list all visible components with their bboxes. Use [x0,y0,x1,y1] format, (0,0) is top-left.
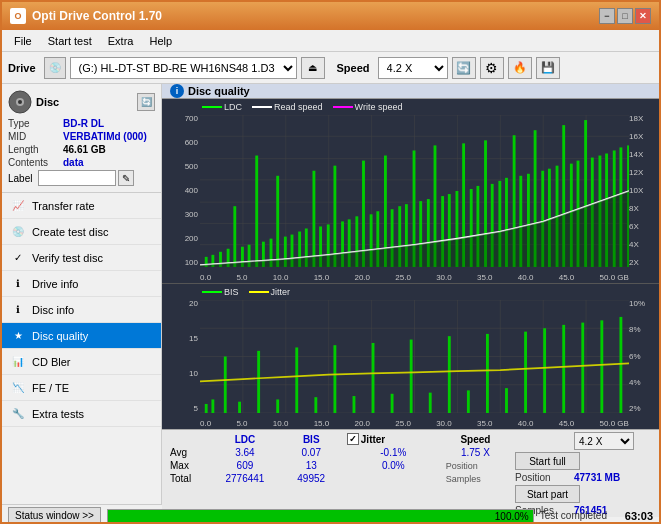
refresh-button[interactable]: 🔄 [452,57,476,79]
stats-avg-speed: 1.75 X [444,446,507,459]
sidebar-item-transfer-rate[interactable]: 📈 Transfer rate [2,193,161,219]
sidebar-item-cd-bler[interactable]: 📊 CD Bler [2,349,161,375]
svg-rect-97 [238,402,241,413]
svg-rect-112 [524,332,527,413]
sidebar-item-disc-quality[interactable]: ★ Disc quality [2,323,161,349]
disc-info-panel: Disc 🔄 Type BD-R DL MID VERBATIMd (000) … [2,84,161,193]
stats-avg-label: Avg [166,446,210,459]
y-label-20: 20 [162,300,200,308]
title-bar: O Opti Drive Control 1.70 − □ ✕ [2,2,659,30]
stats-max-jitter: 0.0% [343,459,444,472]
config-button[interactable]: ⚙ [480,57,504,79]
disc-length-value: 46.61 GB [63,144,106,155]
stats-speed-dropdown[interactable]: 4.2 X [574,432,634,450]
bottom-x-label-40: 40.0 [518,419,534,428]
disc-refresh-button[interactable]: 🔄 [137,93,155,111]
verify-test-disc-icon: ✓ [10,250,26,266]
ldc-legend-label: LDC [224,102,242,112]
stats-header-ldc: LDC [210,432,279,446]
stats-avg-bis: 0.07 [280,446,343,459]
bottom-x-label-10: 10.0 [273,419,289,428]
stats-header-speed: Speed [444,432,507,446]
start-part-button[interactable]: Start part [515,485,580,503]
sidebar-item-disc-info[interactable]: ℹ Disc info [2,297,161,323]
drive-select[interactable]: (G:) HL-DT-ST BD-RE WH16NS48 1.D3 [70,57,297,79]
speed-label: Speed [337,62,370,74]
menu-start-test[interactable]: Start test [40,33,100,49]
y-label-500: 500 [162,163,200,171]
transfer-rate-icon: 📈 [10,198,26,214]
disc-type-value: BD-R DL [63,118,104,129]
sidebar-item-disc-info-label: Disc info [32,304,74,316]
top-chart-y-axis-right: 18X 16X 14X 12X 10X 8X 6X 4X 2X [629,115,659,267]
stats-header-jitter-checkbox: ✓ Jitter [343,432,444,446]
disc-section-label: Disc [36,96,59,108]
disc-contents-label: Contents [8,157,63,168]
x-label-20: 20.0 [354,273,370,282]
maximize-button[interactable]: □ [617,8,633,24]
y-label-200: 200 [162,235,200,243]
disc-type-row: Type BD-R DL [8,118,155,129]
stats-max-ldc: 609 [210,459,279,472]
start-full-button[interactable]: Start full [515,452,580,470]
stats-max-bis: 13 [280,459,343,472]
svg-rect-101 [314,397,317,413]
y-label-right-14x: 14X [629,151,659,159]
stats-total-row: Total 2776441 49952 Samples [166,472,507,485]
disc-label-edit-button[interactable]: ✎ [118,170,134,186]
speed-select[interactable]: 4.2 X [378,57,448,79]
disc-image-icon [8,90,32,114]
svg-rect-114 [562,325,565,413]
sidebar-item-verify-test-disc[interactable]: ✓ Verify test disc [2,245,161,271]
menu-help[interactable]: Help [141,33,180,49]
start-full-row: Start full [515,452,655,470]
drive-info-icon: ℹ [10,276,26,292]
charts-area: LDC Read speed Write speed [162,99,659,429]
sidebar-item-drive-info[interactable]: ℹ Drive info [2,271,161,297]
y-label-10: 10 [162,370,200,378]
sidebar-item-extra-tests[interactable]: 🔧 Extra tests [2,401,161,427]
y-label-right-18x: 18X [629,115,659,123]
svg-rect-115 [581,323,584,413]
svg-rect-104 [372,343,375,413]
sidebar-item-extra-tests-label: Extra tests [32,408,84,420]
bottom-x-label-5: 5.0 [236,419,247,428]
read-speed-legend-label: Read speed [274,102,323,112]
y-label-right-10x: 10X [629,187,659,195]
write-speed-legend-color [333,106,353,108]
y-label-right-4x: 4X [629,241,659,249]
sidebar-item-fe-te[interactable]: 📉 FE / TE [2,375,161,401]
position-value-label: Position [515,472,570,483]
y-label-400: 400 [162,187,200,195]
x-label-5: 5.0 [236,273,247,282]
bottom-chart: BIS Jitter 20 15 10 5 [162,284,659,429]
svg-rect-103 [353,396,356,413]
x-label-30: 30.0 [436,273,452,282]
sidebar-item-fe-te-label: FE / TE [32,382,69,394]
speed-row: 4.2 X [515,432,655,450]
y-label-right-2x: 2X [629,259,659,267]
bottom-chart-x-axis: 0.0 5.0 10.0 15.0 20.0 25.0 30.0 35.0 40… [200,419,629,428]
main-area: Disc 🔄 Type BD-R DL MID VERBATIMd (000) … [2,84,659,504]
close-button[interactable]: ✕ [635,8,651,24]
sidebar-item-disc-quality-label: Disc quality [32,330,88,342]
x-label-25: 25.0 [395,273,411,282]
window-controls: − □ ✕ [599,8,651,24]
svg-rect-94 [205,404,208,413]
menu-file[interactable]: File [6,33,40,49]
top-chart-legend: LDC Read speed Write speed [202,102,402,112]
disc-label-input[interactable] [38,170,116,186]
jitter-checkbox[interactable]: ✓ [347,433,359,445]
bottom-x-label-35: 35.0 [477,419,493,428]
svg-rect-111 [505,388,508,413]
eject-button[interactable]: ⏏ [301,57,325,79]
sidebar-item-create-test-disc[interactable]: 💿 Create test disc [2,219,161,245]
bottom-x-label-50: 50.0 GB [600,419,629,428]
menu-extra[interactable]: Extra [100,33,142,49]
svg-rect-109 [467,390,470,413]
burn-button[interactable]: 🔥 [508,57,532,79]
save-button[interactable]: 💾 [536,57,560,79]
status-window-button[interactable]: Status window >> [8,507,101,525]
minimize-button[interactable]: − [599,8,615,24]
stats-header-bis: BIS [280,432,343,446]
